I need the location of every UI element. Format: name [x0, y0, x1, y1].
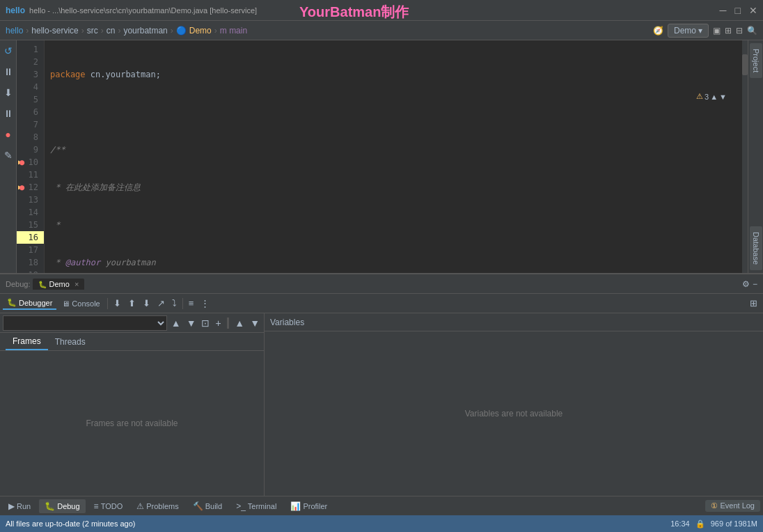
- frames-threads-tabbar: Frames Threads: [0, 333, 264, 351]
- close-btn[interactable]: ✕: [749, 5, 757, 16]
- sidebar-project[interactable]: Project: [750, 43, 762, 78]
- tab-threads[interactable]: Threads: [48, 334, 93, 350]
- stepin-btn[interactable]: ⤵: [169, 297, 180, 310]
- debug-icon-stepover[interactable]: ⬇: [2, 85, 15, 100]
- tab-build[interactable]: 🔨 Build: [187, 499, 228, 513]
- search-icon[interactable]: 🔍: [747, 26, 757, 36]
- frames-up-btn[interactable]: ▲: [170, 316, 182, 330]
- ln-18: 18: [17, 256, 44, 269]
- debug-left-icons: ↺ ⏸ ⬇ ⏸ ● ✎: [0, 40, 17, 273]
- profiler-icon: 📊: [290, 501, 301, 511]
- tab-frames[interactable]: Frames: [6, 334, 48, 350]
- frames-add-btn[interactable]: +: [214, 316, 222, 330]
- variables-empty-text: Variables are not available: [465, 409, 563, 418]
- toolbar-btn-3[interactable]: ⊟: [736, 26, 743, 36]
- debug-label-bottom: Debug: [57, 502, 79, 510]
- main-area: ↺ ⏸ ⬇ ⏸ ● ✎ ⚠ 3 ▲ ▼ 1 2 3 4 5 6 7 8 9: [0, 40, 763, 273]
- line-2: [50, 106, 737, 118]
- breadcrumb-cn[interactable]: cn: [107, 26, 116, 36]
- statusbar-right: 16:34 🔒 969 of 1981M: [670, 519, 757, 529]
- collapse-icon[interactable]: −: [753, 279, 757, 289]
- debug-icon-rerun[interactable]: ↺: [2, 43, 15, 58]
- debug-icon-pause[interactable]: ⏸: [1, 64, 15, 79]
- breadcrumb-demo[interactable]: Demo: [189, 26, 212, 36]
- run-config-btn[interactable]: Demo ▾: [668, 24, 709, 38]
- bottom-toolbar-right: ① Event Log: [705, 500, 760, 512]
- debug-toolbar: 🐛 Debugger 🖥 Console ⬇ ⬆ ⬇ ↗ ⤵ ≡ ⋮ ⊞: [0, 294, 763, 313]
- frames-panel: ▲ ▼ ⊡ + ▲ ▼ Frames Threads Frames are no…: [0, 313, 265, 496]
- ln-10: 10▶: [17, 156, 44, 169]
- stop-btn[interactable]: ⬇: [140, 297, 153, 310]
- status-lock: 🔒: [695, 519, 705, 529]
- debug-icon-mute[interactable]: ⏸: [1, 106, 15, 121]
- frames-select[interactable]: [3, 315, 167, 331]
- nav-icon[interactable]: 🧭: [653, 26, 663, 36]
- terminal-icon: >_: [236, 501, 246, 511]
- toolbar-sep-2: [182, 298, 183, 309]
- view-btn-1[interactable]: ≡: [186, 297, 197, 310]
- sep1: ›: [26, 26, 29, 36]
- ln-11: 11: [17, 169, 44, 181]
- breadcrumb: hello › hello-service › src › cn › yourb…: [0, 21, 763, 40]
- toolbar-btn-1[interactable]: ▣: [713, 26, 721, 36]
- debug-tab-close[interactable]: ×: [74, 280, 79, 288]
- minimize-btn[interactable]: ─: [720, 5, 727, 16]
- ln-14: 14: [17, 206, 44, 219]
- frames-down-btn[interactable]: ▼: [185, 316, 198, 330]
- breadcrumb-service[interactable]: hello-service: [31, 26, 78, 36]
- breadcrumb-yourbatman[interactable]: yourbatman: [123, 26, 167, 36]
- tab-run[interactable]: ▶ Run: [3, 499, 36, 513]
- event-log-btn[interactable]: ① Event Log: [705, 500, 760, 512]
- ln-17: 17: [17, 244, 44, 256]
- frames-empty: Frames are not available: [0, 351, 264, 496]
- frames-empty-text: Frames are not available: [86, 418, 178, 428]
- tab-profiler[interactable]: 📊 Profiler: [285, 499, 333, 513]
- debug-content: ▲ ▼ ⊡ + ▲ ▼ Frames Threads Frames are no…: [0, 313, 763, 496]
- build-icon: 🔨: [193, 501, 203, 511]
- title-text: hello - ...\hello-service\src\cn\yourbat…: [29, 6, 257, 15]
- debugger-tab[interactable]: 🐛 Debugger: [3, 297, 56, 310]
- debug-tab-demo[interactable]: 🐛 Demo ×: [33, 279, 84, 290]
- ln-3: 3: [17, 68, 44, 81]
- event-log-badge: ①: [711, 501, 718, 510]
- event-log-label: Event Log: [720, 501, 755, 510]
- todo-label: TODO: [101, 502, 123, 510]
- scrollbar-thumb[interactable]: [742, 54, 748, 75]
- debug-icon-break[interactable]: ●: [3, 127, 13, 142]
- stepover-btn[interactable]: ↗: [155, 297, 168, 310]
- breadcrumb-src[interactable]: src: [87, 26, 98, 36]
- problems-label: Problems: [146, 502, 178, 510]
- breadcrumb-hello[interactable]: hello: [6, 26, 23, 36]
- line-6: * @author yourbatman: [50, 256, 737, 269]
- titlebar-title: hello hello - ...\hello-service\src\cn\y…: [6, 6, 257, 15]
- toolbar-right: ⊞: [747, 297, 760, 310]
- dropdown-icon: ▾: [698, 26, 702, 36]
- view-btn-2[interactable]: ⋮: [198, 297, 212, 310]
- sep5: ›: [171, 26, 173, 36]
- toolbar-btn-2[interactable]: ⊞: [725, 26, 732, 36]
- pause-btn[interactable]: ⬆: [125, 297, 139, 310]
- frames-scroll-up[interactable]: ▲: [233, 316, 246, 330]
- maximize-btn[interactable]: □: [735, 5, 741, 16]
- profiler-label: Profiler: [303, 502, 327, 510]
- code-editor[interactable]: 1 2 3 4 5 6 7 8 9 10▶ 11 12▶ 13 14 15 16…: [17, 40, 748, 273]
- tab-debug[interactable]: 🐛 Debug: [39, 499, 85, 513]
- resume-btn[interactable]: ⬇: [111, 297, 124, 310]
- tab-todo[interactable]: ≡ TODO: [88, 499, 129, 513]
- code-area[interactable]: package cn.yourbatman; /** * 在此处添加备注信息 *…: [45, 40, 742, 273]
- breadcrumb-main[interactable]: m main: [220, 26, 247, 36]
- settings-icon[interactable]: ⚙: [742, 279, 750, 289]
- statusbar: All files are up-to-date (2 minutes ago)…: [0, 515, 763, 532]
- tab-problems[interactable]: ⚠ Problems: [131, 499, 184, 513]
- sidebar-database[interactable]: Database: [750, 226, 762, 270]
- tab-terminal[interactable]: >_ Terminal: [230, 499, 282, 513]
- debug-icon-edit[interactable]: ✎: [2, 148, 15, 163]
- titlebar: hello hello - ...\hello-service\src\cn\y…: [0, 0, 763, 21]
- console-tab[interactable]: 🖥 Console: [58, 298, 104, 309]
- restore-layout-btn[interactable]: ⊞: [747, 297, 760, 310]
- frames-scroll-down[interactable]: ▼: [249, 316, 261, 330]
- debug-header: Debug: 🐛 Demo × ⚙ −: [0, 274, 763, 294]
- frames-filter-btn[interactable]: ⊡: [200, 316, 211, 330]
- editor-scrollbar[interactable]: [742, 40, 748, 273]
- line-4: * 在此处添加备注信息: [50, 181, 737, 194]
